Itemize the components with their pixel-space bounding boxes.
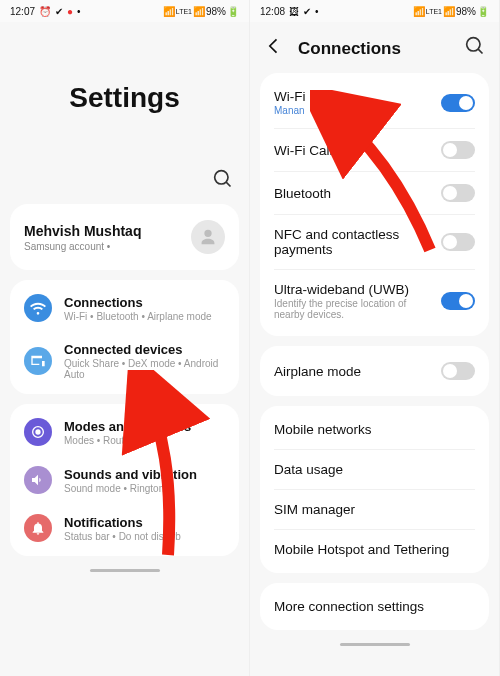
dot-icon: • <box>77 6 81 17</box>
svg-point-0 <box>35 429 40 434</box>
row-sub: Modes • Routines <box>64 435 191 446</box>
toggle-airplane[interactable] <box>441 362 475 380</box>
row-label: Mobile networks <box>274 422 372 437</box>
row-label: Wi-Fi Calling <box>274 143 351 158</box>
back-icon[interactable] <box>264 36 284 61</box>
connections-group-1: Wi-Fi Manan Wi-Fi Calling Bluetooth NFC … <box>260 73 489 336</box>
page-title: Connections <box>298 39 451 59</box>
connections-group-3: Mobile networks Data usage SIM manager M… <box>260 406 489 573</box>
row-modes[interactable]: Modes and Routines Modes • Routines <box>10 408 239 456</box>
modes-icon <box>24 418 52 446</box>
account-sub: Samsung account • <box>24 241 141 252</box>
alarm-icon: ⏰ <box>39 6 51 17</box>
search-icon[interactable] <box>465 36 485 61</box>
nav-indicator <box>90 569 160 572</box>
status-time: 12:07 <box>10 6 35 17</box>
toggle-nfc[interactable] <box>441 233 475 251</box>
toggle-uwb[interactable] <box>441 292 475 310</box>
search-icon[interactable] <box>213 169 233 194</box>
row-label: Modes and Routines <box>64 419 191 434</box>
connections-screen: 12:08 🖼 ✔ • 📶 LTE1 📶 98% 🔋 Connections W… <box>250 0 500 676</box>
row-connections[interactable]: Connections Wi-Fi • Bluetooth • Airplane… <box>10 284 239 332</box>
row-sub: Wi-Fi • Bluetooth • Airplane mode <box>64 311 212 322</box>
battery-percent: 98% <box>456 6 476 17</box>
row-airplane[interactable]: Airplane mode <box>260 350 489 392</box>
row-data-usage[interactable]: Data usage <box>260 450 489 489</box>
row-label: NFC and contactless payments <box>274 227 433 257</box>
row-label: Bluetooth <box>274 186 331 201</box>
status-bar: 12:08 🖼 ✔ • 📶 LTE1 📶 98% 🔋 <box>250 0 499 22</box>
toggle-wifi[interactable] <box>441 94 475 112</box>
row-label: Wi-Fi <box>274 89 305 104</box>
status-bar: 12:07 ⏰ ✔ ● • 📶 LTE1 📶 98% 🔋 <box>0 0 249 22</box>
battery-icon: 🔋 <box>477 6 489 17</box>
row-sub: Sound mode • Ringtone <box>64 483 197 494</box>
row-sounds[interactable]: Sounds and vibration Sound mode • Ringto… <box>10 456 239 504</box>
row-sub: Status bar • Do not disturb <box>64 531 181 542</box>
record-icon: ● <box>67 6 73 17</box>
signal-icon: 📶 <box>193 6 205 17</box>
dot-icon: • <box>315 6 319 17</box>
row-label: Airplane mode <box>274 364 361 379</box>
row-label: Connected devices <box>64 342 225 357</box>
settings-screen: 12:07 ⏰ ✔ ● • 📶 LTE1 📶 98% 🔋 Settings Me… <box>0 0 250 676</box>
avatar[interactable] <box>191 220 225 254</box>
row-connected-devices[interactable]: Connected devices Quick Share • DeX mode… <box>10 332 239 390</box>
row-label: SIM manager <box>274 502 355 517</box>
row-wifi-calling[interactable]: Wi-Fi Calling <box>260 129 489 171</box>
account-name: Mehvish Mushtaq <box>24 223 141 239</box>
modes-group: Modes and Routines Modes • Routines Soun… <box>10 404 239 556</box>
connections-group-4: More connection settings <box>260 583 489 630</box>
toggle-wifi-calling[interactable] <box>441 141 475 159</box>
image-icon: 🖼 <box>289 6 299 17</box>
sound-icon <box>24 466 52 494</box>
check-icon: ✔ <box>303 6 311 17</box>
row-label: Connections <box>64 295 212 310</box>
battery-percent: 98% <box>206 6 226 17</box>
row-uwb[interactable]: Ultra-wideband (UWB) Identify the precis… <box>260 270 489 332</box>
row-label: Mobile Hotspot and Tethering <box>274 542 449 557</box>
network-label: LTE1 <box>426 8 442 15</box>
status-time: 12:08 <box>260 6 285 17</box>
row-sub: Manan <box>274 105 305 116</box>
devices-icon <box>24 347 52 375</box>
row-label: Data usage <box>274 462 343 477</box>
row-sim-manager[interactable]: SIM manager <box>260 490 489 529</box>
row-label: Notifications <box>64 515 181 530</box>
row-bluetooth[interactable]: Bluetooth <box>260 172 489 214</box>
page-title: Settings <box>0 22 249 169</box>
signal-icon: 📶 <box>163 6 175 17</box>
account-card[interactable]: Mehvish Mushtaq Samsung account • <box>10 204 239 270</box>
bell-icon <box>24 514 52 542</box>
row-label: Sounds and vibration <box>64 467 197 482</box>
wifi-icon <box>24 294 52 322</box>
toggle-bluetooth[interactable] <box>441 184 475 202</box>
row-hotspot[interactable]: Mobile Hotspot and Tethering <box>260 530 489 569</box>
row-nfc[interactable]: NFC and contactless payments <box>260 215 489 269</box>
connections-group: Connections Wi-Fi • Bluetooth • Airplane… <box>10 280 239 394</box>
signal-icon: 📶 <box>413 6 425 17</box>
row-sub: Identify the precise location of nearby … <box>274 298 433 320</box>
row-mobile-networks[interactable]: Mobile networks <box>260 410 489 449</box>
network-label: LTE1 <box>176 8 192 15</box>
row-label: Ultra-wideband (UWB) <box>274 282 433 297</box>
signal-icon: 📶 <box>443 6 455 17</box>
nav-indicator <box>340 643 410 646</box>
battery-icon: 🔋 <box>227 6 239 17</box>
row-sub: Quick Share • DeX mode • Android Auto <box>64 358 225 380</box>
row-notifications[interactable]: Notifications Status bar • Do not distur… <box>10 504 239 552</box>
row-label: More connection settings <box>274 599 424 614</box>
row-wifi[interactable]: Wi-Fi Manan <box>260 77 489 128</box>
check-icon: ✔ <box>55 6 63 17</box>
connections-group-2: Airplane mode <box>260 346 489 396</box>
row-more-settings[interactable]: More connection settings <box>260 587 489 626</box>
